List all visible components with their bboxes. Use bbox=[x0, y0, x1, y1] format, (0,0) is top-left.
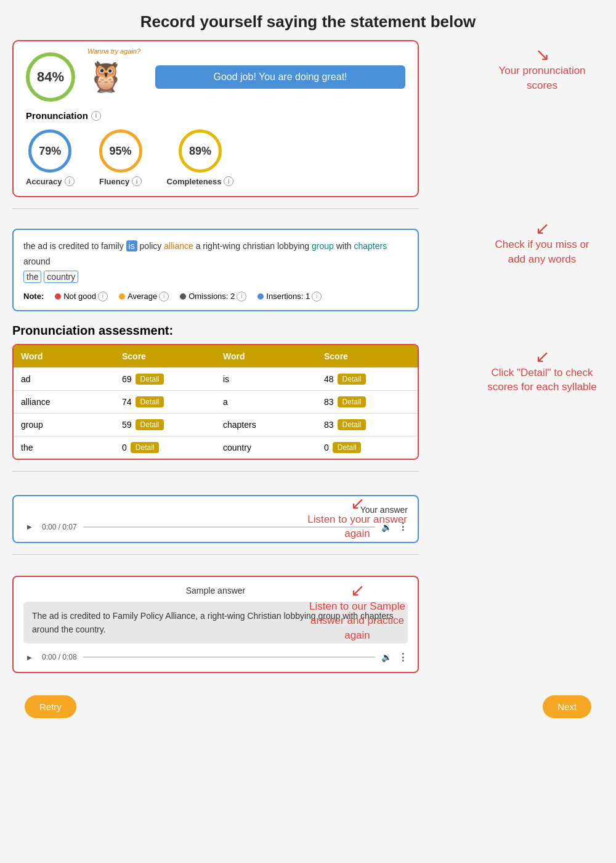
sample-answer-section: Sample answer The ad is credited to Fami… bbox=[12, 576, 419, 674]
sample-annotation-text: Listen to our Sample answer and practice… bbox=[302, 599, 413, 643]
detail-annotation: ↙ Click "Detail" to check scores for eac… bbox=[487, 348, 598, 395]
fluency-info-icon[interactable]: i bbox=[132, 176, 142, 186]
good-job-banner: Good job! You are doing great! bbox=[155, 65, 405, 89]
assessment-table: Word Score Word Score ad 69 Detail is 48… bbox=[12, 344, 419, 460]
score2-row2: 83 Detail bbox=[317, 390, 418, 413]
arrow-icon-3: ↙ bbox=[535, 348, 549, 366]
word1-row1: ad bbox=[14, 367, 115, 390]
word2-row4: country bbox=[216, 436, 317, 459]
pronunciation-label: Pronunciation i bbox=[26, 110, 405, 121]
assessment-title: Pronunciation assessment: bbox=[12, 324, 419, 338]
word-lobbying: lobbying bbox=[277, 241, 312, 251]
table-row: ad 69 Detail is 48 Detail bbox=[14, 367, 418, 390]
word-to: to bbox=[92, 241, 102, 251]
col-header-word2: Word bbox=[216, 345, 317, 367]
assessment-section: Pronunciation assessment: Word Score Wor… bbox=[12, 324, 604, 460]
detail-btn-5[interactable]: Detail bbox=[136, 419, 164, 430]
sample-audio-timeline[interactable] bbox=[83, 656, 375, 658]
arrow-icon-5: ↙ bbox=[351, 582, 365, 599]
word-chapters: chapters bbox=[354, 241, 387, 251]
col-header-word1: Word bbox=[14, 345, 115, 367]
omissions-label: Omissions: 2 bbox=[188, 292, 235, 301]
word-is-highlight: is bbox=[126, 240, 137, 252]
your-answer-annotation: ↙ Listen to your answer again bbox=[302, 495, 413, 542]
word-christian: christian bbox=[243, 241, 277, 251]
fluency-circle: 95% bbox=[99, 129, 142, 173]
accuracy-info-icon[interactable]: i bbox=[65, 176, 75, 186]
accuracy-circle: 79% bbox=[28, 129, 71, 173]
wanna-try-label: Wanna try again? bbox=[87, 47, 140, 55]
detail-btn-7[interactable]: Detail bbox=[131, 442, 160, 453]
arrow-icon-2: ↙ bbox=[535, 220, 549, 237]
score2-row1: 48 Detail bbox=[317, 367, 418, 390]
word-policy: policy bbox=[140, 241, 164, 251]
col-header-score1: Score bbox=[115, 345, 216, 367]
average-info-icon[interactable]: i bbox=[159, 292, 169, 301]
note-row: Note: Not good i Average i Omissions: 2 … bbox=[23, 292, 408, 301]
omissions-info-icon[interactable]: i bbox=[237, 292, 246, 301]
completeness-info-icon[interactable]: i bbox=[224, 176, 233, 186]
omissions-dot bbox=[180, 293, 186, 300]
not-good-label: Not good bbox=[63, 292, 96, 301]
sample-answer-player[interactable]: ▶ 0:00 / 0:08 🔉 ⋮ bbox=[23, 651, 408, 663]
insertions-item[interactable]: Insertions: 1 i bbox=[257, 292, 322, 301]
next-button[interactable]: Next bbox=[543, 695, 591, 718]
word2-row1: is bbox=[216, 367, 317, 390]
arrow-icon-4: ↙ bbox=[351, 495, 365, 512]
detail-btn-4[interactable]: Detail bbox=[338, 396, 367, 407]
sample-volume-icon[interactable]: 🔉 bbox=[381, 652, 392, 662]
word-a: a bbox=[196, 241, 203, 251]
detail-btn-2[interactable]: Detail bbox=[338, 374, 367, 385]
word1-row3: group bbox=[14, 413, 115, 436]
score-card: 84% Wanna try again? 🦉 Good job! You are… bbox=[12, 40, 419, 197]
word1-row2: alliance bbox=[14, 390, 115, 413]
word-is: is bbox=[50, 241, 59, 251]
not-good-item[interactable]: Not good i bbox=[55, 292, 108, 301]
detail-btn-1[interactable]: Detail bbox=[136, 374, 164, 385]
not-good-dot bbox=[55, 293, 61, 300]
pronunciation-annotation-text: Your pronunciation scores bbox=[487, 63, 598, 93]
completeness-score: 89% Completeness i bbox=[167, 129, 234, 186]
divider-1 bbox=[12, 208, 419, 209]
average-item[interactable]: Average i bbox=[119, 292, 169, 301]
fluency-label: Fluency i bbox=[99, 176, 142, 186]
accuracy-label: Accuracy i bbox=[26, 176, 75, 186]
page-title: Record yourself saying the statement bel… bbox=[0, 0, 616, 40]
omissions-item[interactable]: Omissions: 2 i bbox=[180, 292, 246, 301]
your-answer-section: Your answer ▶ 0:00 / 0:07 🔉 ⋮ ↙ Listen t… bbox=[12, 495, 419, 543]
word-ad: ad bbox=[38, 241, 49, 251]
retry-button[interactable]: Retry bbox=[25, 695, 76, 718]
not-good-info-icon[interactable]: i bbox=[98, 292, 108, 301]
insertions-label: Insertions: 1 bbox=[266, 292, 310, 301]
score2-row4: 0 Detail bbox=[317, 436, 418, 459]
pronunciation-scores-annotation: ↘ Your pronunciation scores bbox=[487, 46, 598, 93]
play-button[interactable]: ▶ bbox=[23, 521, 36, 533]
word2-row3: chapters bbox=[216, 413, 317, 436]
score1-row2: 74 Detail bbox=[115, 390, 216, 413]
score1-row4: 0 Detail bbox=[115, 436, 216, 459]
sample-play-button[interactable]: ▶ bbox=[23, 651, 36, 663]
fluency-score: 95% Fluency i bbox=[99, 129, 142, 186]
word-feedback-section: the ad is credited to family is policy a… bbox=[12, 220, 604, 311]
accuracy-score: 79% Accuracy i bbox=[26, 129, 75, 186]
divider-3 bbox=[12, 554, 419, 555]
word-right-wing: right-wing bbox=[203, 241, 243, 251]
table-row: alliance 74 Detail a 83 Detail bbox=[14, 390, 418, 413]
word-check-annotation-text: Check if you miss or add any words bbox=[487, 237, 598, 267]
completeness-circle: 89% bbox=[179, 129, 222, 173]
bottom-buttons: Retry Next bbox=[12, 683, 604, 730]
pronunciation-info-icon[interactable]: i bbox=[91, 111, 101, 121]
word-the-box: the bbox=[23, 271, 41, 283]
completeness-label: Completeness i bbox=[167, 176, 234, 186]
detail-btn-8[interactable]: Detail bbox=[333, 442, 362, 453]
word-family: family bbox=[101, 241, 126, 251]
word-credited: credited bbox=[59, 241, 92, 251]
your-answer-annotation-text: Listen to your answer again bbox=[302, 512, 413, 542]
main-score-circle: 84% bbox=[26, 52, 75, 102]
insertions-info-icon[interactable]: i bbox=[312, 292, 322, 301]
sample-more-options-icon[interactable]: ⋮ bbox=[398, 652, 408, 663]
detail-btn-3[interactable]: Detail bbox=[136, 396, 164, 407]
average-label: Average bbox=[128, 292, 157, 301]
detail-btn-6[interactable]: Detail bbox=[338, 419, 367, 430]
table-row: the 0 Detail country 0 Detail bbox=[14, 436, 418, 459]
